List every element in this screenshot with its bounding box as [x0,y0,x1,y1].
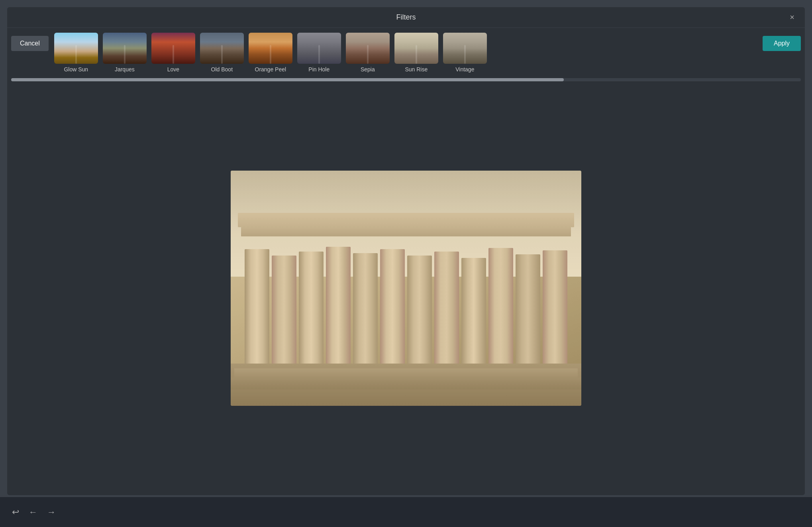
filter-item-sun-rise[interactable]: Sun Rise [394,33,438,73]
filter-item-love[interactable]: Love [151,33,195,73]
column [272,256,296,364]
base-step-1 [234,368,578,378]
filter-item-pin-hole[interactable]: Pin Hole [297,33,341,73]
filter-label-glow-sun: Glow Sun [64,66,88,73]
filter-item-glow-sun[interactable]: Glow Sun [54,33,98,73]
filter-thumb-jarques [103,33,147,64]
filter-label-vintage: Vintage [455,66,474,73]
filter-thumb-love [151,33,195,64]
column [516,254,540,364]
columns-container [245,236,567,364]
column [299,252,324,363]
column [407,256,432,364]
column [461,258,486,363]
column [353,253,378,364]
undo-icon[interactable]: ↩ [12,507,19,517]
base-step-2 [231,378,581,389]
column [434,252,459,363]
filter-thumb-glow-sun [54,33,98,64]
title-bar: Filters × [7,7,805,28]
filter-thumb-vintage [443,33,487,64]
preview-area [7,85,805,495]
filter-label-jarques: Jarques [115,66,135,73]
column [380,249,405,364]
back-icon[interactable]: ← [29,507,37,517]
column [488,248,513,364]
bottom-toolbar: ↩ ← → [0,497,812,527]
column [245,249,269,364]
filters-dialog: Filters × Cancel Glow SunJarquesLoveOld … [7,7,805,495]
filter-strip: Cancel Glow SunJarquesLoveOld BootOrange… [7,28,805,76]
filter-item-jarques[interactable]: Jarques [103,33,147,73]
dialog-title: Filters [396,13,416,22]
cancel-button[interactable]: Cancel [11,36,49,51]
filters-scroll-container[interactable]: Glow SunJarquesLoveOld BootOrange PeelPi… [54,33,757,76]
filter-label-love: Love [167,66,179,73]
filter-thumb-old-boot [200,33,244,64]
preview-image [231,171,581,406]
filter-item-orange-peel[interactable]: Orange Peel [249,33,292,73]
filter-thumb-pin-hole [297,33,341,64]
entablature-mid [241,227,571,237]
filter-scrollbar[interactable] [11,78,801,81]
filter-label-sun-rise: Sun Rise [405,66,428,73]
filter-label-pin-hole: Pin Hole [308,66,330,73]
filter-item-old-boot[interactable]: Old Boot [200,33,244,73]
filter-label-sepia: Sepia [361,66,375,73]
filter-item-vintage[interactable]: Vintage [443,33,487,73]
filter-thumb-sepia [346,33,390,64]
column [543,250,567,364]
entablature-top [238,213,575,227]
column [326,247,351,364]
filter-thumb-orange-peel [249,33,292,64]
filter-item-sepia[interactable]: Sepia [346,33,390,73]
apply-button[interactable]: Apply [763,36,801,51]
filter-label-orange-peel: Orange Peel [255,66,286,73]
scrollbar-thumb [11,78,564,81]
filter-thumb-sun-rise [394,33,438,64]
filter-label-old-boot: Old Boot [211,66,233,73]
close-button[interactable]: × [787,12,798,23]
forward-icon[interactable]: → [47,507,56,517]
